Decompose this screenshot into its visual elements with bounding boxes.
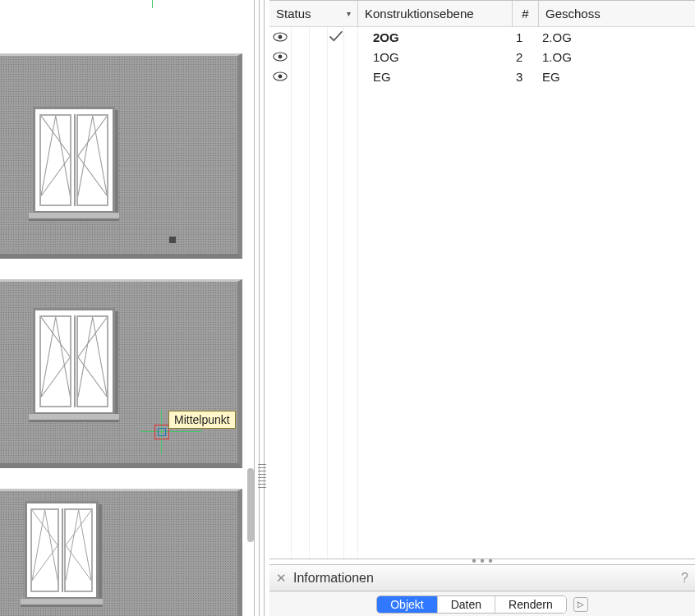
tab-daten[interactable]: Daten bbox=[437, 596, 495, 613]
svg-point-3 bbox=[278, 55, 283, 59]
column-header-label: Status bbox=[276, 7, 311, 21]
tab-objekt[interactable]: Objekt bbox=[377, 596, 436, 613]
table-header-row: Status ▾ Konstruktionsebene # Geschoss bbox=[269, 1, 695, 27]
cell-konstruktionsebene: EG bbox=[358, 70, 513, 84]
building-facade bbox=[0, 4, 246, 612]
dropdown-icon[interactable]: ▾ bbox=[347, 9, 351, 18]
column-header-status[interactable]: Status ▾ bbox=[269, 1, 358, 26]
table-row[interactable]: 2OG 1 2.OG bbox=[269, 27, 695, 47]
svg-point-5 bbox=[278, 75, 283, 79]
cell-konstruktionsebene: 2OG bbox=[358, 30, 513, 44]
help-icon[interactable]: ? bbox=[681, 571, 688, 586]
cell-konstruktionsebene: 1OG bbox=[358, 50, 513, 64]
close-icon[interactable]: ✕ bbox=[276, 571, 287, 586]
info-panel-header[interactable]: ✕ Informationen ? bbox=[269, 565, 695, 591]
visibility-eye-icon[interactable] bbox=[273, 32, 288, 42]
cell-index: 3 bbox=[513, 70, 539, 84]
active-check-icon bbox=[329, 30, 343, 44]
story-table[interactable]: Status ▾ Konstruktionsebene # Geschoss 2… bbox=[269, 0, 695, 559]
window-element[interactable] bbox=[25, 501, 99, 600]
horizontal-splitter[interactable]: • • • bbox=[269, 559, 695, 565]
collapse-toggle-icon[interactable]: ▷ bbox=[573, 597, 588, 612]
svg-point-1 bbox=[278, 35, 283, 39]
cell-geschoss: EG bbox=[539, 70, 695, 84]
table-row[interactable]: 1OG 2 1.OG bbox=[269, 47, 695, 67]
snap-cursor bbox=[154, 425, 169, 439]
cell-index: 2 bbox=[513, 50, 539, 64]
viewport-scrollbar[interactable] bbox=[247, 8, 254, 526]
cell-geschoss: 2.OG bbox=[539, 30, 695, 44]
tab-rendern[interactable]: Rendern bbox=[495, 596, 566, 613]
scrollbar-thumb[interactable] bbox=[247, 468, 254, 542]
window-element[interactable] bbox=[33, 107, 115, 214]
table-row[interactable]: EG 3 EG bbox=[269, 67, 695, 86]
cell-geschoss: 1.OG bbox=[539, 50, 695, 64]
segmented-control: Objekt Daten Rendern bbox=[376, 595, 567, 614]
window-element[interactable] bbox=[33, 308, 115, 415]
visibility-eye-icon[interactable] bbox=[273, 52, 288, 62]
column-header-index[interactable]: # bbox=[513, 1, 539, 26]
splitter-grip[interactable] bbox=[258, 464, 266, 489]
info-panel-title: Informationen bbox=[293, 571, 374, 586]
column-header-konstruktionsebene[interactable]: Konstruktionsebene bbox=[358, 1, 513, 26]
cell-index: 1 bbox=[513, 30, 539, 44]
3d-viewport[interactable]: Mittelpunkt bbox=[0, 0, 255, 616]
visibility-eye-icon[interactable] bbox=[273, 71, 288, 81]
vertical-splitter[interactable] bbox=[255, 0, 269, 616]
snap-tooltip: Mittelpunkt bbox=[168, 411, 236, 429]
info-tab-bar: Objekt Daten Rendern ▷ bbox=[269, 591, 695, 616]
column-header-geschoss[interactable]: Geschoss bbox=[539, 1, 695, 26]
